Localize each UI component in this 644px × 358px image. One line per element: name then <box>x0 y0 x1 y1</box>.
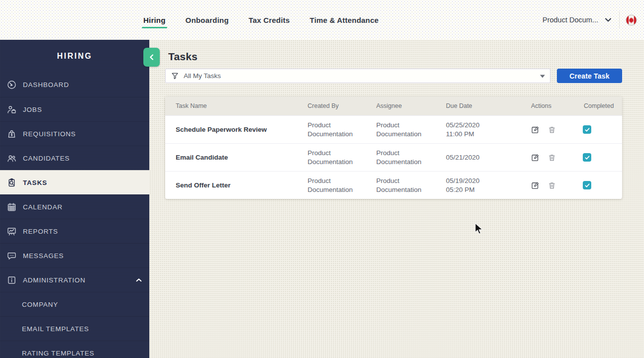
completed-checkbox[interactable] <box>583 181 591 189</box>
module-tabs: Hiring Onboarding Tax Credits Time & Att… <box>143 14 379 26</box>
sidebar-item-label: REPORTS <box>23 228 58 235</box>
tasks-table: Task Name Created By Assignee Due Date A… <box>165 96 622 199</box>
tab-label: Tax Credits <box>249 16 290 24</box>
tab-label: Time & Attendance <box>310 16 378 24</box>
calendar-icon <box>6 201 17 212</box>
row-actions <box>523 180 565 190</box>
edit-task-button[interactable] <box>531 125 540 134</box>
sidebar-item-jobs[interactable]: JOBS <box>0 97 149 121</box>
top-navigation-bar: Hiring Onboarding Tax Credits Time & Att… <box>0 0 644 40</box>
account-menu[interactable]: Product Docum... <box>542 0 637 40</box>
assignee: Product Documentation <box>376 177 446 194</box>
sidebar-item-requisitions[interactable]: REQUISITIONS <box>0 121 149 146</box>
completed-checkbox[interactable] <box>583 153 591 162</box>
task-filter-select[interactable]: All My Tasks <box>165 69 550 83</box>
account-name[interactable]: Product Docum... <box>542 16 598 24</box>
sidebar-item-messages[interactable]: MESSAGES <box>0 243 149 268</box>
tab-time-attendance[interactable]: Time & Attendance <box>309 14 379 26</box>
task-name: Send Offer Letter <box>176 181 308 190</box>
sidebar-item-label: JOBS <box>23 106 42 113</box>
column-header-task-name[interactable]: Task Name <box>176 102 308 109</box>
delete-task-button[interactable] <box>547 153 556 162</box>
jobs-icon <box>6 104 17 115</box>
task-name: Email Candidate <box>176 153 308 162</box>
delete-task-button[interactable] <box>547 181 556 190</box>
edit-icon <box>531 153 540 162</box>
candidates-icon <box>6 153 17 164</box>
requisitions-icon <box>6 128 17 139</box>
filter-funnel-icon <box>171 72 179 80</box>
filter-row: All My Tasks Create Task <box>165 69 622 83</box>
tasks-icon <box>6 177 17 188</box>
canada-flag-icon[interactable] <box>626 14 637 26</box>
messages-icon <box>6 250 17 261</box>
sidebar-item-administration[interactable]: ADMINISTRATION <box>0 268 149 292</box>
delete-task-button[interactable] <box>547 125 556 134</box>
sidebar-item-label: DASHBOARD <box>23 81 69 89</box>
table-header-row: Task Name Created By Assignee Due Date A… <box>165 96 622 115</box>
chevron-down-icon[interactable] <box>604 16 612 24</box>
create-task-button[interactable]: Create Task <box>557 69 622 83</box>
created-by: Product Documentation <box>308 177 376 194</box>
sidebar-item-label: TASKS <box>23 179 47 186</box>
created-by: Product Documentation <box>308 121 376 139</box>
trash-icon <box>547 181 556 190</box>
assignee: Product Documentation <box>376 121 446 139</box>
column-header-assignee[interactable]: Assignee <box>376 102 446 109</box>
sidebar-item-label: CANDIDATES <box>23 155 70 162</box>
sidebar-collapse-button[interactable] <box>143 48 160 67</box>
tab-hiring[interactable]: Hiring <box>143 14 166 26</box>
tab-label: Onboarding <box>186 16 229 24</box>
sidebar-item-label: ADMINISTRATION <box>23 276 86 284</box>
trash-icon <box>547 153 556 162</box>
dashboard-icon <box>6 80 17 90</box>
administration-icon <box>6 274 17 285</box>
sidebar-item-tasks[interactable]: TASKS <box>0 170 149 194</box>
tab-label: Hiring <box>143 16 166 24</box>
check-icon <box>584 127 590 133</box>
sidebar-item-label: EMAIL TEMPLATES <box>22 325 89 333</box>
sidebar-item-label: MESSAGES <box>23 252 64 260</box>
due-date: 05/19/2020 05:20 PM <box>446 177 506 194</box>
edit-task-button[interactable] <box>531 153 540 162</box>
edit-task-button[interactable] <box>531 180 540 190</box>
sidebar-item-label: REQUISITIONS <box>23 130 76 138</box>
page-title: Tasks <box>168 51 622 63</box>
header-divider <box>619 11 620 28</box>
due-date: 05/25/2020 11:00 PM <box>446 121 506 139</box>
sidebar-item-label: COMPANY <box>22 301 58 308</box>
row-actions <box>523 153 565 162</box>
edit-icon <box>531 125 540 134</box>
chevron-up-icon[interactable] <box>135 276 142 283</box>
check-icon <box>584 182 590 188</box>
sidebar-nav: DASHBOARD JOBS REQUISITIONS CANDIDATES T… <box>0 73 149 358</box>
task-row: Email Candidate Product Documentation Pr… <box>165 143 622 171</box>
tab-tax-credits[interactable]: Tax Credits <box>248 14 291 26</box>
sidebar-item-candidates[interactable]: CANDIDATES <box>0 146 149 170</box>
reports-icon <box>6 226 17 237</box>
sidebar-item-dashboard[interactable]: DASHBOARD <box>0 73 149 97</box>
check-icon <box>584 155 590 161</box>
sidebar-title: HIRING <box>0 40 149 73</box>
task-name: Schedule Paperwork Review <box>176 125 308 134</box>
completed-cell <box>565 153 622 162</box>
created-by: Product Documentation <box>308 149 376 167</box>
sidebar-item-label: CALENDAR <box>23 203 63 211</box>
sidebar-item-email-templates[interactable]: EMAIL TEMPLATES <box>0 316 149 341</box>
sidebar-item-rating-templates[interactable]: RATING TEMPLATES <box>0 341 149 358</box>
sidebar-item-calendar[interactable]: CALENDAR <box>0 194 149 219</box>
tab-onboarding[interactable]: Onboarding <box>185 14 229 26</box>
completed-cell <box>565 125 622 134</box>
edit-icon <box>531 180 540 190</box>
assignee: Product Documentation <box>376 149 446 167</box>
select-caret-icon <box>540 74 545 78</box>
chevron-left-icon <box>147 53 156 62</box>
task-row: Send Offer Letter Product Documentation … <box>165 171 622 199</box>
column-header-created-by[interactable]: Created By <box>308 102 376 109</box>
trash-icon <box>547 125 556 134</box>
main-content: Tasks All My Tasks Create Task Task Name… <box>149 40 644 358</box>
sidebar-item-reports[interactable]: REPORTS <box>0 219 149 243</box>
completed-checkbox[interactable] <box>583 125 591 134</box>
sidebar-item-company[interactable]: COMPANY <box>0 292 149 316</box>
column-header-due-date[interactable]: Due Date <box>446 102 523 109</box>
